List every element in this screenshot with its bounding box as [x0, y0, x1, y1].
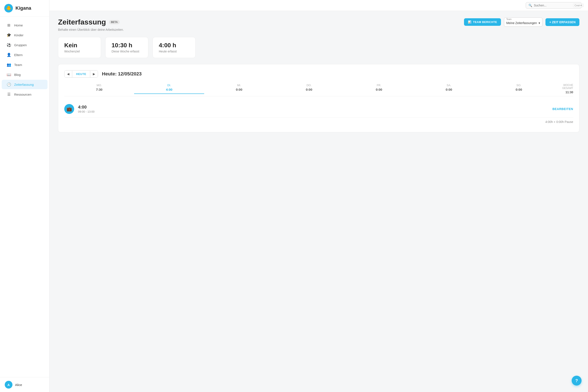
search-box[interactable]: 🔍 Cmd+K — [526, 2, 582, 8]
ressourcen-icon: ☰ — [6, 92, 11, 97]
calendar-header: ◀ HEUTE ▶ Heute: 12/05/2023 — [64, 70, 573, 78]
sidebar-nav: ⊞ Home 🎓 Kinder ⚽ Gruppen 👤 Eltern 👥 Tea… — [0, 16, 49, 377]
sidebar-bottom: A Alice — [0, 377, 49, 392]
stat-value: 4:00 h — [159, 42, 189, 49]
page-header: Zeiterfassung BETA 📊 TEAM BERICHTE Team … — [58, 18, 580, 27]
chevron-down-icon: ▾ — [538, 21, 540, 25]
calendar-section: ◀ HEUTE ▶ Heute: 12/05/2023 MO. 7:30 DI.… — [58, 64, 580, 132]
day-time: 4:00 — [134, 88, 204, 91]
prev-day-button[interactable]: ◀ — [64, 70, 72, 77]
team-dropdown[interactable]: Team Meine Zeiterfassungen ▾ — [504, 18, 542, 27]
kinder-icon: 🎓 — [6, 33, 11, 38]
page-content: Zeiterfassung BETA 📊 TEAM BERICHTE Team … — [50, 11, 588, 392]
sidebar-item-label: Home — [14, 24, 23, 27]
team-reports-button[interactable]: 📊 TEAM BERICHTE — [464, 18, 501, 26]
entry-icon: 💼 — [64, 104, 74, 114]
team-icon: 👥 — [6, 62, 11, 67]
sidebar-item-ressourcen[interactable]: ☰ Ressourcen — [2, 90, 48, 99]
team-select-button[interactable]: Meine Zeiterfassungen ▾ — [504, 20, 542, 26]
day-col-do[interactable]: DO. 0:00 — [274, 84, 344, 94]
eltern-icon: 👤 — [6, 52, 11, 57]
stat-card: Kein Wochenziel — [58, 37, 101, 58]
app-name: Kigana — [16, 5, 31, 11]
stats-row: Kein Wochenziel 10:30 h Diese Woche erfa… — [58, 37, 580, 58]
day-name: MO. — [64, 84, 134, 87]
entry-range: 09:00 - 13:00 — [78, 110, 548, 113]
sidebar-item-label: Kinder — [14, 33, 24, 37]
home-icon: ⊞ — [6, 23, 11, 28]
next-day-button[interactable]: ▶ — [90, 70, 98, 77]
day-name: DO. — [274, 84, 344, 87]
topbar: 🔍 Cmd+K — [50, 0, 588, 11]
day-name: DI. — [134, 84, 204, 87]
sidebar-item-home[interactable]: ⊞ Home — [2, 20, 48, 30]
beta-badge: BETA — [109, 20, 120, 24]
day-time: 7:30 — [64, 88, 134, 91]
stat-card: 4:00 h Heute erfasst — [152, 37, 196, 58]
entry-edit-button[interactable]: BEARBEITEN — [552, 107, 573, 111]
logo-icon: 🐥 — [4, 4, 13, 12]
day-time: 0:00 — [484, 88, 554, 91]
day-time: 0:00 — [204, 88, 274, 91]
week-total-value: 11:30 — [554, 90, 573, 94]
week-total-label: WOCHEGESAMT — [554, 84, 573, 90]
stat-label: Diese Woche erfasst — [112, 50, 142, 53]
sidebar-item-zeiterfassung[interactable]: 🕐 Zeiterfassung — [2, 80, 48, 89]
sidebar-item-label: Zeiterfassung — [14, 83, 34, 86]
day-col-di[interactable]: DI. 4:00 — [134, 84, 204, 94]
page-title: Zeiterfassung — [58, 18, 106, 26]
day-col-sa[interactable]: SA. 0:00 — [414, 84, 484, 94]
day-col-fr[interactable]: FR. 0:00 — [344, 84, 414, 94]
team-label: Team — [504, 18, 542, 20]
search-icon: 🔍 — [528, 4, 532, 7]
user-avatar: A — [5, 381, 12, 388]
sidebar-item-gruppen[interactable]: ⚽ Gruppen — [2, 40, 48, 50]
time-entry: 💼 4:00 09:00 - 13:00 BEARBEITEN — [64, 100, 573, 118]
main-area: 🔍 Cmd+K Zeiterfassung BETA 📊 TEAM BERICH… — [50, 0, 588, 392]
add-time-button[interactable]: + ZEIT ERFASSEN — [546, 18, 580, 26]
search-input[interactable] — [534, 4, 572, 7]
logo-area: 🐥 Kigana — [0, 0, 49, 16]
page-subtitle: Behalte einen Überblick über deine Arbei… — [58, 28, 580, 32]
day-name: SO. — [484, 84, 554, 87]
day-name: FR. — [344, 84, 414, 87]
week-total-col: WOCHEGESAMT 11:30 — [554, 84, 573, 96]
stat-label: Heute erfasst — [159, 50, 189, 53]
stat-value: Kein — [64, 42, 95, 49]
gruppen-icon: ⚽ — [6, 42, 11, 47]
help-button[interactable]: ? — [572, 376, 582, 386]
sidebar-item-label: Blog — [14, 73, 21, 76]
sidebar: 🐥 Kigana ⊞ Home 🎓 Kinder ⚽ Gruppen 👤 Elt… — [0, 0, 50, 392]
day-time: 0:00 — [414, 88, 484, 91]
user-name: Alice — [15, 383, 22, 387]
day-name: MI. — [204, 84, 274, 87]
day-name: SA. — [414, 84, 484, 87]
entry-info: 4:00 09:00 - 13:00 — [78, 105, 548, 113]
zeiterfassung-icon: 🕐 — [6, 82, 11, 87]
sidebar-item-team[interactable]: 👥 Team — [2, 60, 48, 70]
calendar-date-title: Heute: 12/05/2023 — [102, 71, 142, 77]
stat-card: 10:30 h Diese Woche erfasst — [105, 37, 148, 58]
day-col-mi[interactable]: MI. 0:00 — [204, 84, 274, 94]
page-actions: 📊 TEAM BERICHTE Team Meine Zeiterfassung… — [464, 18, 580, 27]
sidebar-item-label: Ressourcen — [14, 93, 32, 96]
page-title-group: Zeiterfassung BETA — [58, 18, 120, 26]
day-col-mo[interactable]: MO. 7:30 — [64, 84, 134, 94]
week-days: MO. 7:30 DI. 4:00 MI. 0:00 DO. 0:00 FR. … — [64, 84, 573, 96]
day-col-so[interactable]: SO. 0:00 — [484, 84, 554, 94]
day-time: 0:00 — [274, 88, 344, 91]
sidebar-item-blog[interactable]: 📖 Blog — [2, 70, 48, 79]
sidebar-item-label: Gruppen — [14, 43, 27, 47]
sidebar-item-eltern[interactable]: 👤 Eltern — [2, 50, 48, 60]
blog-icon: 📖 — [6, 72, 11, 77]
entry-duration: 4:00 — [78, 105, 548, 110]
bar-chart-icon: 📊 — [468, 20, 471, 24]
today-button[interactable]: HEUTE — [72, 71, 90, 77]
stat-label: Wochenziel — [64, 50, 95, 53]
nav-btns: ◀ HEUTE ▶ — [64, 70, 98, 78]
time-entries: 💼 4:00 09:00 - 13:00 BEARBEITEN 4:00h + … — [64, 100, 573, 124]
sidebar-item-kinder[interactable]: 🎓 Kinder — [2, 30, 48, 40]
stat-value: 10:30 h — [112, 42, 142, 49]
sidebar-item-label: Team — [14, 63, 22, 66]
kbd-shortcut: Cmd+K — [573, 4, 584, 7]
